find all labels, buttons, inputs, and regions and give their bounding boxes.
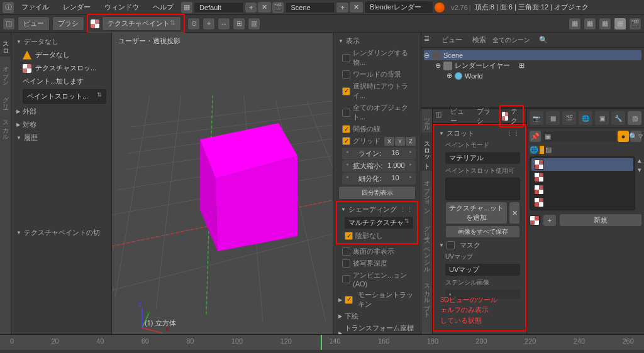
uvmap-dropdown[interactable]: UVマップ — [445, 264, 520, 276]
context-path[interactable]: ▣ — [542, 131, 616, 142]
texture-add-button[interactable]: + — [543, 215, 556, 226]
motion-header[interactable]: モーショントラッキン — [336, 289, 418, 310]
tab-sculpt[interactable]: スカル — [0, 111, 11, 142]
menu-help[interactable]: ヘルプ — [147, 0, 180, 14]
scene-add[interactable]: + — [336, 3, 348, 13]
add-texture-button[interactable]: テクスチャ...ットを追加 — [445, 202, 508, 224]
texture-slot-list[interactable] — [530, 156, 635, 210]
texture-slot-0[interactable] — [531, 158, 633, 171]
mode-selector[interactable]: テクスチャペイント ⇅ — [102, 16, 181, 31]
texture-slot-1[interactable] — [531, 171, 633, 183]
nodata-header[interactable]: データなし — [14, 35, 109, 48]
scale-field[interactable]: 拡大縮小:1.000 — [342, 160, 416, 172]
mat-tex-btn[interactable]: ● — [540, 146, 544, 154]
texture-context-icon[interactable]: ● — [618, 131, 629, 142]
layout-add[interactable]: + — [245, 3, 257, 13]
ps-tex-label[interactable]: テク — [511, 107, 521, 126]
layer-btn-1[interactable]: ▦ — [569, 18, 581, 30]
tab-grease[interactable]: グリー — [0, 87, 11, 111]
proptab-modifier[interactable]: 🔧 — [611, 111, 625, 125]
external-header[interactable]: 外部 — [14, 105, 109, 118]
3d-viewport[interactable]: ユーザー・透視投影 — [112, 33, 333, 334]
subdiv-field[interactable]: 細分化:10 — [342, 173, 416, 185]
outliner-world-row[interactable]: ⊕World — [424, 71, 641, 80]
tex-move-up[interactable]: ▴ — [638, 156, 641, 165]
proptab-world[interactable]: 🌐 — [579, 111, 592, 125]
layer-btn-3[interactable]: ▦ — [599, 18, 611, 30]
all-obj-check[interactable]: 全てのオブジェクト... — [336, 102, 418, 123]
editor-icon[interactable]: ◫ — [435, 111, 444, 122]
grid-y[interactable]: Y — [395, 137, 405, 146]
toolbar-icon-2[interactable]: ⌖ — [203, 18, 215, 30]
render-engine-selector[interactable]: Blenderレンダー — [364, 1, 433, 14]
display-header[interactable]: 表示 — [336, 35, 418, 47]
layout-selector[interactable]: Default — [194, 2, 244, 13]
outliner-view-menu[interactable]: ビュー — [438, 34, 466, 46]
scene-selector[interactable]: Scene — [285, 2, 335, 13]
texture-slot-3[interactable] — [531, 196, 633, 209]
outline-sel-check[interactable]: 選択時にアウトライ... — [336, 80, 418, 102]
toolbar-icon-4[interactable]: ⊞ — [233, 18, 245, 30]
shading-btn[interactable]: 🎬 — [629, 18, 641, 30]
world-bg-check[interactable]: ワールドの背景 — [336, 68, 418, 80]
info-editor-icon[interactable]: ⓘ — [3, 2, 14, 13]
proptab-scene[interactable]: 🎬 — [562, 111, 576, 125]
proptab-object[interactable]: ▣ — [595, 111, 609, 125]
toolbar-icon-1[interactable]: ⊙ — [187, 18, 200, 30]
history-header[interactable]: 履歴 — [14, 131, 109, 144]
tex-move-down[interactable]: ▾ — [638, 166, 641, 174]
grid-z[interactable]: Z — [406, 137, 416, 146]
brush-tex-btn[interactable]: ▨ — [545, 146, 552, 154]
editor-type-icon[interactable]: ◫ — [3, 18, 15, 30]
menu-file[interactable]: ファイル — [15, 0, 55, 14]
menu-window[interactable]: ウィンドウ — [98, 0, 145, 14]
tab-slot[interactable]: スロ — [0, 33, 11, 57]
proptab-render[interactable]: 📷 — [530, 111, 543, 125]
ptab-options[interactable]: オプション — [421, 171, 432, 216]
scene-icon[interactable]: 🎬 — [272, 2, 284, 13]
toolbar-icon-3[interactable]: ↔ — [218, 18, 230, 30]
renderlayer-settings-icon[interactable]: ⊞ — [519, 62, 525, 70]
slot-header[interactable]: スロット⋮⋮ — [436, 128, 523, 139]
toolbar-icon-5[interactable]: ▥ — [248, 18, 260, 30]
lines-field[interactable]: ライン:16 — [342, 148, 416, 160]
backface-check[interactable]: 裏面の非表示 — [336, 246, 418, 258]
outliner-filter[interactable]: 全てのシーン — [492, 36, 536, 45]
outliner-search-menu[interactable]: 検索 — [469, 34, 490, 46]
tab-option[interactable]: オプシ — [0, 57, 11, 87]
rel-lines-check[interactable]: 関係の線 — [336, 123, 418, 135]
search-field[interactable]: 🔍 マ — [630, 131, 641, 142]
remove-texture-button[interactable]: ✕ — [509, 202, 520, 224]
timeline[interactable]: 02040 6080100 120140160 180200220 240260 — [0, 334, 644, 353]
grid-check[interactable]: グリッドXYZ — [336, 135, 418, 147]
ptab-tools[interactable]: ツール — [421, 109, 432, 133]
symmetry-header[interactable]: 対称 — [14, 118, 109, 131]
outliner-editor-icon[interactable]: ≣ — [424, 35, 435, 46]
save-all-button[interactable]: 画像をすべて保存 — [445, 225, 520, 238]
layout-icon[interactable]: ▦ — [181, 2, 192, 13]
ptab-slot[interactable]: スロット — [421, 133, 432, 171]
proptab-texture[interactable]: ▨ — [628, 111, 641, 125]
paint-slot-dropdown[interactable]: ペイントスロット... — [23, 89, 106, 104]
transform-header[interactable]: トランスフォーム座標系 — [336, 322, 418, 334]
layout-remove[interactable]: ✕ — [258, 2, 271, 13]
shadeless-check[interactable]: 陰影なし — [338, 230, 416, 242]
layer-btn-4[interactable]: ▦ — [614, 18, 626, 30]
view-menu[interactable]: ビュー — [18, 16, 50, 31]
pin-icon[interactable]: 📌 — [530, 131, 541, 142]
ao-check[interactable]: アンビエン...ョン(AO) — [336, 269, 418, 289]
world-tex-btn[interactable]: 🌐 — [530, 146, 538, 154]
outliner-search-field[interactable]: 🔍 — [539, 36, 641, 44]
ptab-sculpt[interactable]: スカルプト — [421, 274, 432, 319]
layer-btn-2[interactable]: ▦ — [584, 18, 596, 30]
menu-render[interactable]: レンダー — [57, 0, 97, 14]
underpaint-header[interactable]: 下絵 — [336, 310, 418, 322]
material-dropdown[interactable]: マテリアル — [445, 152, 520, 164]
multitexture-dropdown[interactable]: マルチテクスチャ — [345, 217, 413, 229]
render-only-check[interactable]: レンダリングする物... — [336, 47, 418, 68]
ptab-gpencil[interactable]: グリースペンシル — [421, 216, 432, 274]
outliner-renderlayers-row[interactable]: ⊕レンダーレイヤー⊞ — [424, 60, 641, 71]
texture-new-button[interactable]: 新規 — [560, 214, 641, 226]
texpaint-switch-header[interactable]: テクスチャペイントの切 — [14, 226, 109, 239]
shading-header[interactable]: シェーディング⋮⋮ — [338, 204, 416, 215]
